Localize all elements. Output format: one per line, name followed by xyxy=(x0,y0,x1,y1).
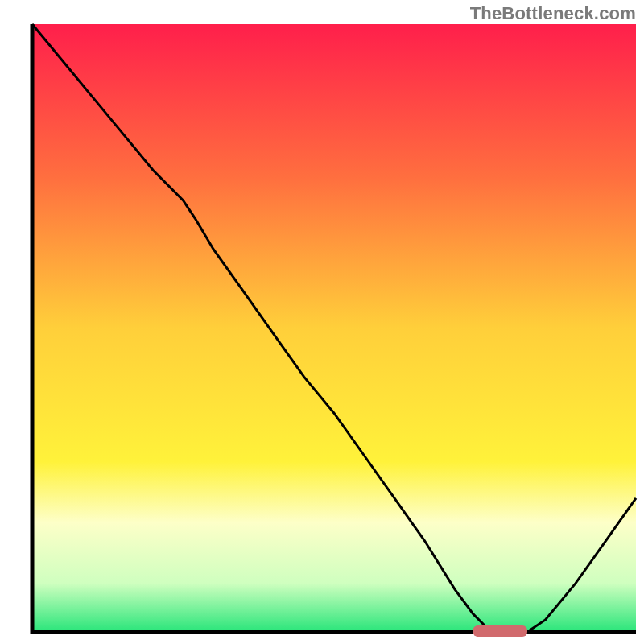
chart-svg xyxy=(0,0,644,644)
bottleneck-chart: TheBottleneck.com xyxy=(0,0,644,644)
plot-background xyxy=(32,24,636,632)
attribution-label: TheBottleneck.com xyxy=(470,3,636,24)
optimal-range-marker xyxy=(473,625,528,637)
